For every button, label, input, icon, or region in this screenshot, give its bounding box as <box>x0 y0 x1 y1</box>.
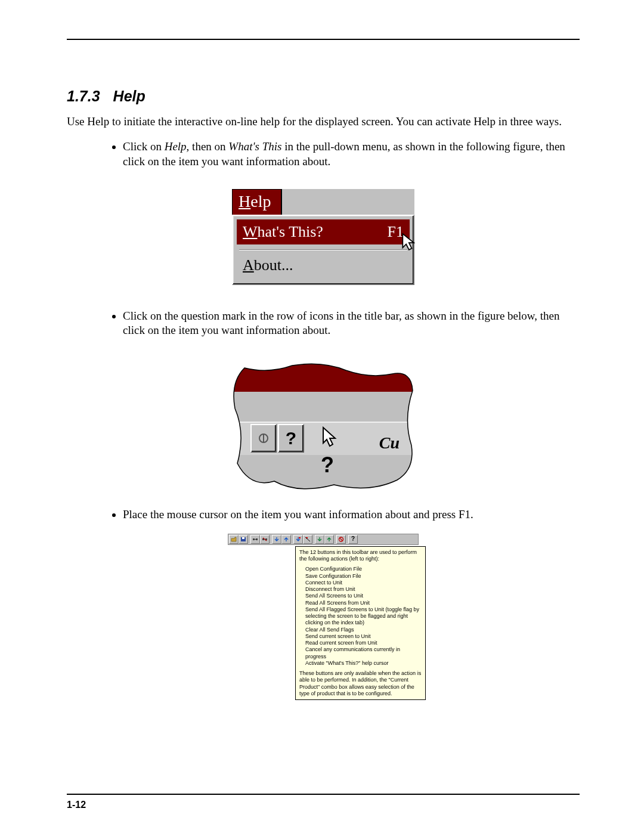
menu-title-help[interactable]: Help <box>232 189 282 215</box>
toolbar-icon <box>258 432 270 444</box>
tb-cancel-icon[interactable] <box>336 535 346 544</box>
page-number: 1-12 <box>67 800 86 810</box>
tb-connect-icon[interactable] <box>250 535 260 544</box>
svg-rect-1 <box>233 392 414 422</box>
tb-sendflag-icon[interactable] <box>293 535 303 544</box>
whats-this-cursor-icon: ? <box>321 426 357 478</box>
bullet-1: Click on Help, then on What's This in th… <box>123 140 580 169</box>
tb-sendall-icon[interactable] <box>272 535 281 544</box>
tb-readcur-icon[interactable] <box>324 535 334 544</box>
bullet-3: Place the mouse cursor on the item you w… <box>123 507 580 522</box>
tb-open-icon[interactable] <box>229 535 239 544</box>
svg-line-19 <box>340 538 343 541</box>
section-heading: 1.7.3Help <box>67 88 580 105</box>
intro-paragraph: Use Help to initiate the interactive on-… <box>67 114 580 129</box>
svg-rect-4 <box>233 422 414 423</box>
menu-item-about[interactable]: About... <box>237 253 410 278</box>
figure-toolbar-tooltip: ? The 12 buttons in this toolbar are use… <box>67 534 580 700</box>
svg-rect-8 <box>242 537 244 539</box>
tb-readall-icon[interactable] <box>281 535 291 544</box>
toolbar-button-help[interactable]: ? <box>278 424 304 453</box>
tooltip-box: The 12 buttons in this toolbar are used … <box>295 546 426 700</box>
menu-separator <box>239 249 407 250</box>
toolbar-button-generic[interactable] <box>250 424 277 453</box>
tb-sendcur-icon[interactable] <box>315 535 324 544</box>
svg-rect-9 <box>253 538 255 540</box>
figure-titlebar-question: ? ? Cu <box>67 362 580 493</box>
svg-rect-15 <box>299 537 301 538</box>
bullet-2: Click on the question mark in the row of… <box>123 309 580 338</box>
tb-disconnect-icon[interactable] <box>260 535 270 544</box>
figure-help-menu: Help What's This? F1 About... <box>67 189 580 285</box>
svg-rect-11 <box>255 539 256 540</box>
tb-help-icon[interactable]: ? <box>348 535 358 544</box>
toolbar: ? <box>228 534 419 545</box>
tb-clearflag-icon[interactable] <box>303 535 312 544</box>
question-mark-icon: ? <box>286 428 296 448</box>
menu-item-whats-this[interactable]: What's This? F1 <box>237 219 410 244</box>
tb-save-icon[interactable] <box>239 535 248 544</box>
svg-rect-10 <box>256 538 258 540</box>
label-cu: Cu <box>379 433 400 453</box>
cursor-arrow-icon <box>401 232 418 252</box>
svg-rect-6 <box>263 434 264 442</box>
svg-rect-0 <box>233 362 414 392</box>
